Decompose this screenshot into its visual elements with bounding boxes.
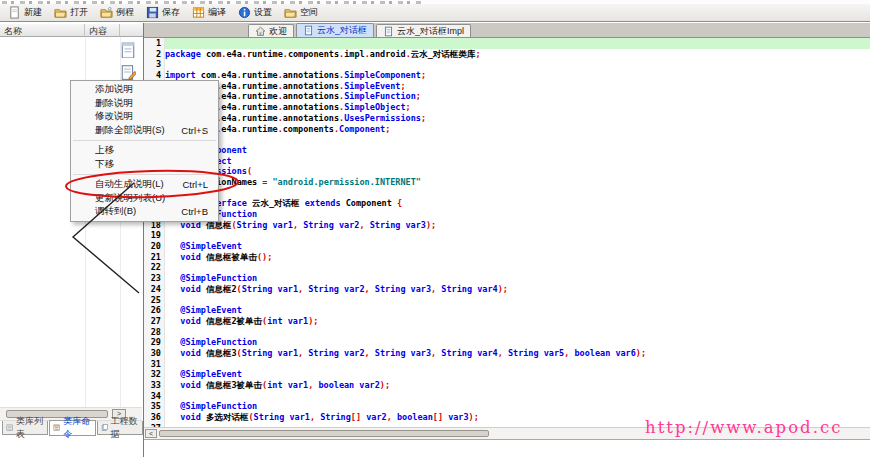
code-line: 17 @SimpleFunction (144, 209, 870, 220)
menu-item-shortcut: Ctrl+B (181, 206, 208, 217)
editor-scroll-left-arrow[interactable]: < (145, 429, 157, 438)
new-button[interactable]: 新建 (2, 4, 48, 22)
line-number: 27 (144, 316, 165, 327)
code-line-text: ) (165, 188, 870, 199)
panel-tab-label: 工程数据 (111, 415, 139, 441)
column-header-filler (120, 24, 143, 37)
e4a-ide-window: 新建打开例程保存编译设置空间 名称 内容 > 类库列表类库命令工程数据 欢迎云水… (0, 0, 870, 457)
code-line: 21 void 信息框被单击(); (144, 252, 870, 263)
panel-tab-project-data[interactable]: 工程数据 (97, 421, 143, 435)
code-line-text (165, 134, 870, 145)
menu-item-move-up[interactable]: 上移 (71, 144, 218, 158)
menu-item-update-note-list[interactable]: 更新说明列表(U) (71, 192, 218, 206)
line-number: 3 (144, 59, 165, 70)
panel-tab-class-library-list[interactable]: 类库列表 (2, 421, 48, 435)
editor-scrollbar-thumb[interactable] (159, 430, 489, 437)
column-header-name[interactable]: 名称 (0, 24, 85, 37)
editor-tab-label: 云水_对话框Impl (397, 25, 464, 38)
menu-item-move-down[interactable]: 下移 (71, 158, 218, 172)
editor-tab-welcome[interactable]: 欢迎 (248, 24, 294, 37)
code-line: 19 (144, 230, 870, 241)
workspace-folder-icon (284, 6, 297, 19)
save-button[interactable]: 保存 (140, 4, 186, 22)
new-button-label: 新建 (24, 6, 42, 19)
code-line-text (165, 327, 870, 338)
code-line: 7import com.e4a.runtime.annotations.Simp… (144, 102, 870, 113)
line-number: 21 (144, 252, 165, 263)
menu-item-delete-note[interactable]: 删除说明 (71, 97, 218, 111)
code-line-text: package com.e4a.runtime.components.impl.… (165, 49, 870, 60)
code-line-text: @SimpleObject (165, 156, 870, 167)
open-button[interactable]: 打开 (48, 4, 94, 22)
toolbar: 新建打开例程保存编译设置空间 (0, 4, 870, 22)
line-number: 2 (144, 49, 165, 60)
code-line-text: import com.e4a.runtime.annotations.Simpl… (165, 102, 870, 113)
code-line-text: @SimpleFunction (165, 401, 870, 412)
open-folder-icon (54, 6, 67, 19)
line-number: 1 (144, 38, 165, 49)
save-disk-icon (146, 6, 159, 19)
code-line-text (165, 262, 870, 273)
code-line-text: void 信息框3(String var1, String var2, Stri… (165, 348, 870, 359)
examples-button-label: 例程 (116, 6, 134, 19)
code-line-text (165, 295, 870, 306)
code-line-text: void 信息框2被单击(int var1); (165, 316, 870, 327)
editor-tab-dialog[interactable]: 云水_对话框 (296, 23, 374, 37)
menu-item-label: 调转到(B) (95, 205, 173, 218)
code-line: 23 @SimpleFunction (144, 273, 870, 284)
home-icon (255, 26, 266, 37)
compile-button[interactable]: 编译 (186, 4, 232, 22)
code-line: 33 void 信息框3被单击(int var1, boolean var2); (144, 380, 870, 391)
line-number: 19 (144, 230, 165, 241)
workspace-button[interactable]: 空间 (278, 4, 324, 22)
code-line: 16public interface 云水_对话框 extends Compon… (144, 198, 870, 209)
commands-icon (53, 423, 61, 433)
menu-item-label: 删除全部说明(S) (95, 124, 173, 137)
document-icon[interactable] (120, 42, 137, 59)
editor-tab-dialog-impl[interactable]: 云水_对话框Impl (376, 24, 471, 37)
column-header-content[interactable]: 内容 (85, 24, 120, 37)
code-line-text (165, 38, 870, 49)
examples-button[interactable]: 例程 (94, 4, 140, 22)
line-number: 34 (144, 391, 165, 402)
menu-separator (73, 174, 216, 175)
line-number: 25 (144, 295, 165, 306)
line-number: 30 (144, 348, 165, 359)
line-number: 36 (144, 412, 165, 423)
document-edit-icon[interactable] (120, 64, 137, 81)
code-line: 35 @SimpleFunction (144, 401, 870, 412)
code-line: 31 (144, 359, 870, 370)
settings-button[interactable]: 设置 (232, 4, 278, 22)
menu-item-auto-generate-notes[interactable]: 自动生成说明(L)Ctrl+L (71, 178, 218, 192)
code-line: 15) (144, 188, 870, 199)
menu-item-label: 删除说明 (95, 97, 208, 110)
code-line: 9import com.e4a.runtime.components.Compo… (144, 124, 870, 135)
code-line-text: @SimpleFunction (165, 337, 870, 348)
code-line-text: @SimpleComponent (165, 145, 870, 156)
list-icon (6, 423, 14, 433)
open-button-label: 打开 (70, 6, 88, 19)
code-line: 18 void 信息框(String var1, String var2, St… (144, 220, 870, 231)
page-icon (303, 25, 314, 36)
menu-item-label: 更新说明列表(U) (95, 192, 208, 205)
code-line-text: import com.e4a.runtime.annotations.Simpl… (165, 81, 870, 92)
code-line: 3 (144, 59, 870, 70)
code-line: 22 (144, 262, 870, 273)
menu-item-label: 上移 (95, 144, 208, 157)
menu-item-delete-all-notes[interactable]: 删除全部说明(S)Ctrl+S (71, 124, 218, 138)
menu-item-edit-note[interactable]: 修改说明 (71, 110, 218, 124)
code-line: 2package com.e4a.runtime.components.impl… (144, 49, 870, 60)
compile-button-label: 编译 (208, 6, 226, 19)
code-text-area[interactable]: 12package com.e4a.runtime.components.imp… (144, 38, 870, 427)
code-line-text: @UsesPermissions( (165, 166, 870, 177)
settings-button-label: 设置 (254, 6, 272, 19)
panel-tab-label: 类库命令 (63, 415, 91, 441)
menu-item-label: 添加说明 (95, 83, 208, 96)
menu-item-add-note[interactable]: 添加说明 (71, 83, 218, 97)
menu-item-jump-to[interactable]: 调转到(B)Ctrl+B (71, 205, 218, 219)
editor-tabbar: 欢迎云水_对话框云水_对话框Impl (144, 23, 870, 38)
panel-tab-class-library-commands[interactable]: 类库命令 (49, 420, 95, 436)
code-line: 25 (144, 295, 870, 306)
menu-item-label: 下移 (95, 158, 208, 171)
code-line-text: void 信息框(String var1, String var2, Strin… (165, 220, 870, 231)
